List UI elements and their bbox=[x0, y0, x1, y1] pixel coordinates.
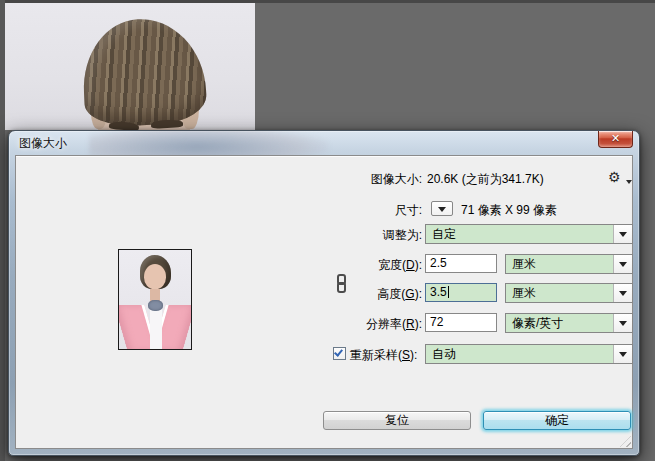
resolution-unit-select[interactable]: 像素/英寸 bbox=[505, 313, 633, 333]
chevron-down-icon bbox=[619, 291, 627, 296]
chevron-down-icon bbox=[619, 352, 627, 357]
width-unit-select[interactable]: 厘米 bbox=[505, 254, 633, 274]
width-input[interactable]: 2.5 bbox=[425, 254, 497, 273]
height-value: 3.5 bbox=[430, 285, 447, 299]
resolution-unit-value: 像素/英寸 bbox=[512, 314, 563, 332]
text-caret bbox=[448, 286, 449, 298]
chevron-down-icon bbox=[438, 207, 446, 212]
dropdown-button bbox=[613, 284, 632, 302]
height-unit-select[interactable]: 厘米 bbox=[505, 283, 633, 303]
resolution-value: 72 bbox=[430, 315, 443, 329]
dimensions-unit-button[interactable] bbox=[431, 201, 453, 216]
resolution-label: 分辨率(R): bbox=[306, 314, 422, 334]
check-icon bbox=[334, 347, 343, 356]
dialog-content: 图像大小: 20.6K (之前为341.7K) ⚙ 尺寸: 71 像素 X 99… bbox=[15, 155, 633, 449]
height-input[interactable]: 3.5 bbox=[425, 283, 497, 302]
preview-thumbnail[interactable] bbox=[118, 249, 192, 350]
dropdown-button bbox=[613, 255, 632, 273]
chevron-down-icon bbox=[619, 232, 627, 237]
close-icon: ✕ bbox=[611, 132, 620, 144]
resample-value: 自动 bbox=[432, 345, 456, 363]
gear-icon: ⚙ bbox=[608, 169, 621, 185]
dropdown-button bbox=[613, 225, 632, 243]
ok-button[interactable]: 确定 bbox=[483, 411, 631, 430]
resolution-input[interactable]: 72 bbox=[425, 313, 497, 332]
height-label: 高度(G): bbox=[306, 284, 422, 304]
fit-to-value: 自定 bbox=[432, 225, 456, 243]
person-hair bbox=[80, 16, 207, 128]
width-value: 2.5 bbox=[430, 256, 447, 270]
dialog-title: 图像大小 bbox=[19, 135, 67, 152]
reset-button[interactable]: 复位 bbox=[323, 411, 471, 430]
thumb-person-bowtie bbox=[148, 300, 163, 311]
document-photo bbox=[5, 3, 255, 130]
resample-label: 重新采样(S): bbox=[350, 345, 417, 365]
fit-to-select[interactable]: 自定 bbox=[425, 224, 633, 244]
resample-checkbox[interactable] bbox=[333, 347, 346, 360]
image-size-stats-label: 图像大小: bbox=[306, 169, 422, 189]
thumb-person-face bbox=[144, 264, 166, 289]
dropdown-button bbox=[613, 345, 632, 363]
height-unit-value: 厘米 bbox=[512, 284, 536, 302]
dimensions-label: 尺寸: bbox=[306, 200, 422, 220]
resample-select[interactable]: 自动 bbox=[425, 344, 633, 364]
dropdown-button bbox=[613, 314, 632, 332]
chevron-down-icon bbox=[619, 262, 627, 267]
resize-grip[interactable] bbox=[620, 436, 631, 447]
width-unit-value: 厘米 bbox=[512, 255, 536, 273]
options-menu-button[interactable]: ⚙ bbox=[608, 168, 632, 186]
menu-caret-icon bbox=[626, 180, 632, 184]
titlebar-glass-blur bbox=[89, 131, 329, 155]
fit-to-label: 调整为: bbox=[306, 225, 422, 245]
image-size-dialog: 图像大小 ✕ 图像大小: 20.6K (之前为341.7K) ⚙ bbox=[8, 130, 640, 456]
dimensions-value: 71 像素 X 99 像素 bbox=[461, 200, 557, 220]
thumb-person-shirt bbox=[150, 306, 162, 350]
width-label: 宽度(D): bbox=[306, 255, 422, 275]
photoshop-workspace: 图像大小 ✕ 图像大小: 20.6K (之前为341.7K) ⚙ bbox=[0, 0, 655, 461]
chevron-down-icon bbox=[619, 321, 627, 326]
dialog-titlebar[interactable]: 图像大小 bbox=[9, 131, 639, 155]
close-button[interactable]: ✕ bbox=[598, 131, 633, 148]
image-size-stats-value: 20.6K (之前为341.7K) bbox=[427, 169, 544, 189]
